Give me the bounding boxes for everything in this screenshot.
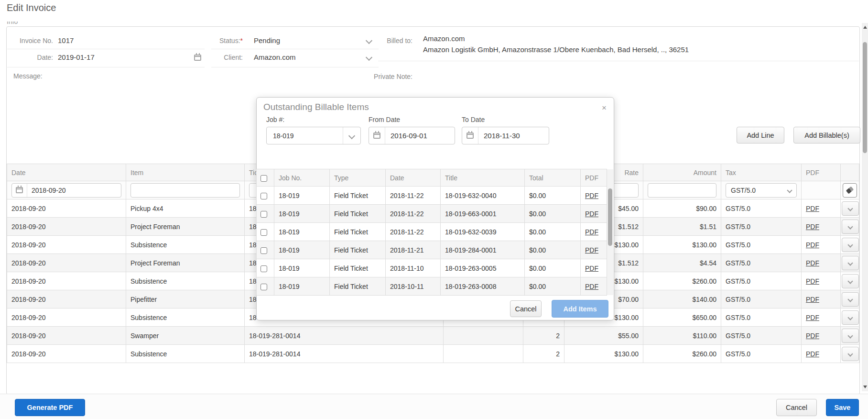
status-label: Status:*: [188, 37, 243, 44]
generate-pdf-button[interactable]: Generate PDF: [15, 399, 85, 416]
cell-pdf: PDF: [802, 345, 841, 363]
row-checkbox[interactable]: [260, 193, 267, 199]
to-date-input[interactable]: 2018-11-30: [462, 127, 549, 144]
cell-amount: $140.00: [643, 290, 721, 309]
cell-amount: $90.00: [643, 199, 721, 218]
select-all-checkbox[interactable]: [260, 175, 267, 182]
pdf-link[interactable]: PDF: [585, 246, 598, 254]
pdf-link[interactable]: PDF: [806, 350, 819, 358]
billable-items-table: Job No. Type Date Title Total PDF 18-019…: [256, 169, 607, 296]
pdf-link[interactable]: PDF: [806, 314, 819, 321]
status-value[interactable]: Pending: [254, 36, 280, 44]
modal-scrollbar-thumb[interactable]: [608, 188, 612, 246]
add-items-button[interactable]: Add Items: [552, 300, 608, 318]
job-select[interactable]: 18-019: [266, 127, 361, 144]
date-filter-input[interactable]: 2018-09-20: [11, 183, 121, 198]
chevron-down-icon: [847, 333, 853, 338]
private-note-label: Private Note:: [358, 73, 412, 80]
cell-date: 2018-09-20: [7, 309, 126, 327]
pdf-link[interactable]: PDF: [806, 296, 819, 303]
pdf-link[interactable]: PDF: [585, 228, 598, 236]
client-value[interactable]: Amazon.com: [254, 53, 296, 61]
row-checkbox[interactable]: [260, 284, 267, 290]
footer-cancel-button[interactable]: Cancel: [776, 399, 817, 416]
col-date: Date: [7, 164, 126, 181]
cell-pdf: PDF: [581, 205, 607, 223]
cell-amount: $130.00: [643, 236, 721, 254]
chevron-down-icon: [847, 224, 853, 229]
cell-title: 18-019-284-0001: [441, 241, 525, 259]
amount-filter-input[interactable]: [648, 183, 716, 198]
row-checkbox[interactable]: [260, 265, 267, 272]
cell-rate: $55.00: [564, 327, 643, 345]
clear-filters-button[interactable]: [843, 183, 857, 198]
col-item: Item: [126, 164, 245, 181]
outstanding-billable-items-dialog: Outstanding Billable Items × Job #: 18-0…: [256, 97, 614, 320]
row-actions-button[interactable]: [842, 274, 859, 288]
tax-filter-select[interactable]: GST/5.0: [726, 183, 797, 198]
item-filter-input[interactable]: [130, 183, 240, 198]
cell-date: 2018-11-22: [386, 205, 441, 223]
modal-scrollbar-track[interactable]: [607, 169, 613, 295]
cell-total: $0.00: [525, 187, 581, 205]
invoice-no-label: Invoice No.: [13, 37, 53, 44]
col-job-no: Job No.: [274, 169, 330, 187]
pdf-link[interactable]: PDF: [585, 283, 598, 290]
row-actions-button[interactable]: [842, 347, 859, 361]
cell-type: Field Ticket: [330, 241, 386, 259]
chevron-down-icon: [847, 242, 853, 247]
scroll-down-arrow[interactable]: [863, 386, 867, 388]
save-button[interactable]: Save: [826, 399, 859, 416]
pdf-link[interactable]: PDF: [806, 332, 819, 340]
chevron-down-icon: [348, 132, 355, 139]
cell-amount: $650.00: [643, 309, 721, 327]
pdf-link[interactable]: PDF: [806, 223, 819, 231]
pdf-link[interactable]: PDF: [585, 210, 598, 218]
cell-date: 2018-09-20: [7, 199, 126, 218]
col-amount: Amount: [643, 164, 721, 181]
row-actions-button[interactable]: [842, 220, 859, 234]
date-value[interactable]: 2019-01-17: [58, 53, 95, 61]
divider: [378, 61, 859, 61]
scroll-up-arrow[interactable]: [863, 26, 867, 29]
add-line-button[interactable]: Add Line: [737, 127, 784, 143]
pdf-link[interactable]: PDF: [806, 259, 819, 267]
cell-job-no: 18-019: [274, 223, 330, 241]
from-date-input[interactable]: 2016-09-01: [369, 127, 455, 144]
row-actions-button[interactable]: [842, 329, 859, 343]
dialog-cancel-button[interactable]: Cancel: [510, 300, 542, 317]
row-checkbox[interactable]: [260, 211, 267, 218]
divider: [211, 49, 379, 49]
pdf-link[interactable]: PDF: [585, 192, 598, 199]
row-checkbox[interactable]: [260, 247, 267, 254]
close-icon[interactable]: ×: [602, 104, 607, 112]
pdf-link[interactable]: PDF: [585, 265, 598, 272]
cell-pdf: PDF: [802, 254, 841, 272]
row-actions-button[interactable]: [842, 310, 859, 325]
page-scrollbar-thumb[interactable]: [863, 42, 867, 153]
cell-pdf: PDF: [802, 218, 841, 236]
cell-title: 18-019-632-0040: [441, 187, 525, 205]
chevron-down-icon: [847, 278, 853, 284]
tab-info-clipped[interactable]: Info: [7, 22, 26, 26]
page-scrollbar-track[interactable]: [862, 23, 868, 391]
row-actions-button[interactable]: [842, 238, 859, 252]
cell-type: Field Ticket: [330, 259, 386, 277]
chevron-down-icon[interactable]: [366, 54, 372, 61]
add-billables-button[interactable]: Add Billable(s): [793, 127, 860, 143]
cell-amount: $110.00: [643, 327, 721, 345]
row-actions-button[interactable]: [842, 256, 859, 270]
cell-title: 18-019-663-0001: [441, 205, 525, 223]
pdf-link[interactable]: PDF: [806, 277, 819, 285]
cell-description: [444, 345, 523, 363]
row-actions-button[interactable]: [842, 292, 859, 307]
col-pdf: PDF: [802, 164, 841, 181]
row-actions-button[interactable]: [842, 201, 859, 216]
pdf-link[interactable]: PDF: [806, 205, 819, 212]
pdf-link[interactable]: PDF: [806, 241, 819, 249]
row-checkbox[interactable]: [260, 229, 267, 236]
divider: [7, 49, 205, 49]
cell-item: Pipefitter: [126, 290, 245, 309]
cell-title: 18-019-263-0008: [441, 277, 525, 296]
table-header-row: Job No. Type Date Title Total PDF: [257, 169, 607, 187]
